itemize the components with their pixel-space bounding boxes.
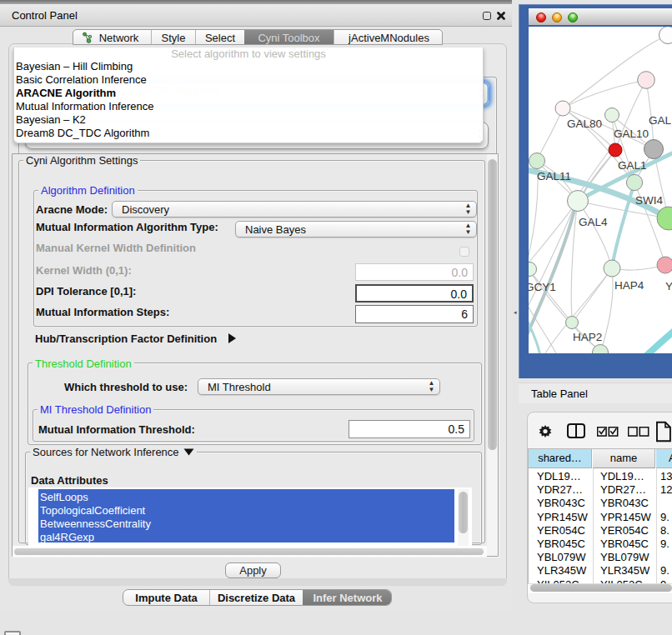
svg-text:HAP2: HAP2 <box>573 331 602 343</box>
svg-text:Y: Y <box>665 280 672 292</box>
svg-text:GAL10: GAL10 <box>614 128 649 140</box>
svg-text:SWI4: SWI4 <box>635 194 663 207</box>
svg-text:HAP4: HAP4 <box>614 279 644 292</box>
svg-text:GAL80: GAL80 <box>567 118 602 130</box>
svg-text:GCY1: GCY1 <box>529 281 556 293</box>
svg-text:GAL11: GAL11 <box>537 170 571 182</box>
svg-text:GAL: GAL <box>649 114 672 127</box>
svg-text:GAL1: GAL1 <box>618 159 647 172</box>
svg-text:GAL4: GAL4 <box>579 216 608 228</box>
